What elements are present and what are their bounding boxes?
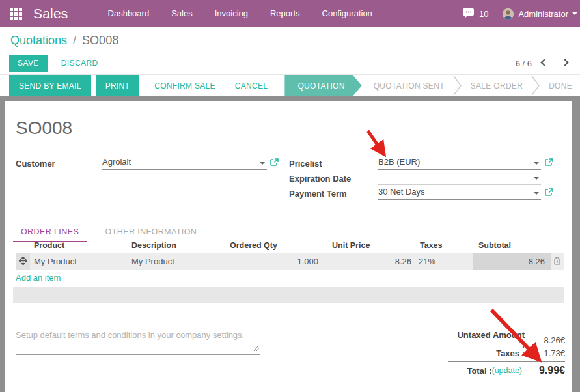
chat-bubble-icon [463,8,475,19]
section-divider [13,287,564,303]
top-navbar: Sales Dashboard Sales Invoicing Reports … [0,0,580,27]
odoo-sales-app: Sales Dashboard Sales Invoicing Reports … [0,0,580,392]
confirm-sale-button[interactable]: CONFIRM SALE [145,75,225,96]
terms-textarea[interactable] [16,341,260,355]
add-an-item-link[interactable]: Add an item [16,273,61,283]
col-description: Description [128,238,222,253]
untaxed-amount-label: Untaxed Amount : [454,330,525,350]
resize-handle-icon[interactable] [252,342,259,354]
user-menu[interactable]: Administrator [518,9,568,19]
dropdown-caret-icon[interactable] [260,162,265,165]
dropdown-caret-icon[interactable] [534,177,539,180]
send-by-email-button[interactable]: SEND BY EMAIL [9,75,91,96]
order-lines-table: Product Description Ordered Qty Unit Pri… [16,238,564,270]
cell-product[interactable]: My Product [30,253,128,270]
handle-column-header [16,238,30,253]
col-product: Product [30,238,128,253]
expiration-date-label: Expiration Date [289,174,351,184]
table-header-row: Product Description Ordered Qty Unit Pri… [16,238,564,253]
untaxed-amount-row: Untaxed Amount : 8.26€ [454,333,565,346]
pricelist-external-link-icon[interactable] [545,158,553,169]
col-ordered-qty: Ordered Qty [222,238,326,253]
pager-next-icon[interactable] [557,57,573,69]
statusbar-buttons: SEND BY EMAIL PRINT CONFIRM SALE CANCEL [9,75,277,96]
stage-chevron-icon [452,75,463,96]
record-pager: 6 / 6 [516,57,573,69]
total-row: Total : (update) 9.99€ [448,362,565,379]
payment-term-label: Payment Term [289,189,347,199]
cell-unit-price[interactable]: 8.26 [326,253,417,270]
control-panel: Quotations / SO008 SAVE DISCARD 6 / 6 [0,27,580,75]
delete-line-icon[interactable] [551,253,564,270]
expiration-date-field[interactable] [378,172,541,185]
user-avatar[interactable] [503,8,514,20]
cell-taxes[interactable]: 21% [417,253,473,270]
customer-field[interactable]: Agrolait [102,157,267,170]
taxes-label: Taxes : [448,348,525,358]
stage-sale-order[interactable]: SALE ORDER [463,75,531,96]
record-actions: SAVE DISCARD [9,55,104,72]
breadcrumb-quotations[interactable]: Quotations [10,34,67,47]
taxes-value: 1.73€ [525,348,565,358]
print-button[interactable]: PRINT [96,75,140,96]
customer-external-link-icon[interactable] [270,158,279,169]
stage-quotation[interactable]: QUOTATION [284,75,361,96]
cell-subtotal: 8.26 [473,253,551,270]
pager-value: 6 / 6 [516,59,532,68]
update-taxes-link[interactable]: (update) [491,366,526,375]
navbar-right: 10 Administrator [463,8,577,20]
dropdown-caret-icon[interactable] [534,162,539,165]
stage-done[interactable]: DONE [541,75,580,96]
stage-pipeline: QUOTATION QUOTATION SENT SALE ORDER DONE [284,75,580,96]
quotation-title: SO008 [16,118,72,139]
col-taxes: Taxes [417,238,473,253]
apps-menu-icon[interactable] [10,8,22,20]
breadcrumb-separator: / [70,34,79,47]
cell-description[interactable]: My Product [128,253,222,270]
total-label: Total : [448,366,491,376]
menu-sales[interactable]: Sales [160,0,204,27]
untaxed-amount-value: 8.26€ [525,335,565,345]
pricelist-field[interactable]: B2B (EUR) [378,157,541,170]
terms-placeholder: Setup default terms and conditions in yo… [16,330,244,340]
cancel-button[interactable]: CANCEL [226,75,277,96]
payment-term-field[interactable]: 30 Net Days [378,187,541,200]
total-value: 9.99€ [526,365,565,376]
customer-label: Customer [16,159,55,169]
discard-button[interactable]: DISCARD [56,55,104,72]
breadcrumb-current: SO008 [82,34,118,47]
cell-ordered-qty[interactable]: 1.000 [222,253,326,270]
trash-column-header [551,238,564,253]
main-menu: Dashboard Sales Invoicing Reports Config… [97,0,383,27]
totals-block: Untaxed Amount : 8.26€ Taxes : 1.73€ Tot… [448,333,565,379]
menu-dashboard[interactable]: Dashboard [97,0,161,27]
chevron-down-icon [572,12,577,15]
taxes-row: Taxes : 1.73€ [448,346,565,360]
messages-button[interactable]: 10 [463,8,488,19]
order-line-row[interactable]: My Product My Product 1.000 8.26 21% 8.2… [16,253,564,270]
dropdown-caret-icon[interactable] [534,192,539,195]
col-subtotal: Subtotal [473,238,551,253]
pricelist-label: Pricelist [289,159,322,169]
form-sheet: SO008 Customer Agrolait Pricelist B2B (E… [5,101,572,392]
stage-quotation-sent[interactable]: QUOTATION SENT [366,75,452,96]
drag-handle-icon[interactable] [16,253,30,270]
menu-reports[interactable]: Reports [259,0,311,27]
menu-configuration[interactable]: Configuration [311,0,383,27]
breadcrumb: Quotations / SO008 [10,34,118,48]
messages-count: 10 [479,9,488,19]
form-statusbar: SEND BY EMAIL PRINT CONFIRM SALE CANCEL … [0,75,580,96]
menu-invoicing[interactable]: Invoicing [204,0,259,27]
save-button[interactable]: SAVE [9,55,48,72]
pager-previous-icon[interactable] [536,57,553,69]
stage-chevron-icon [531,75,541,96]
app-title[interactable]: Sales [33,6,68,21]
payment-term-external-link-icon[interactable] [545,188,553,199]
col-unit-price: Unit Price [326,238,417,253]
